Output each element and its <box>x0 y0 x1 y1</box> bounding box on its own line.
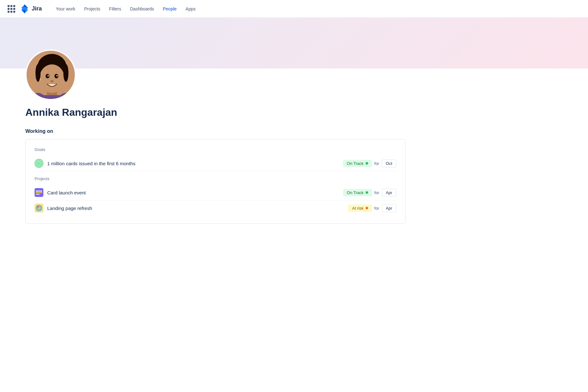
goal-item-1-status-text: On Track <box>347 161 364 166</box>
goal-item-1-month: Oct <box>382 160 396 167</box>
project-item-1[interactable]: Card launch event On Track for Apr <box>35 185 396 200</box>
profile-section: Annika Rangarajan Working on Goals 1 mil… <box>0 69 588 224</box>
goals-label: Goals <box>35 147 396 152</box>
project-item-1-status-group: On Track for Apr <box>343 189 396 197</box>
svg-point-8 <box>56 75 58 76</box>
svg-point-15 <box>63 64 68 82</box>
project-item-1-for: for <box>374 190 379 195</box>
jira-logo[interactable]: Jira <box>20 4 42 13</box>
svg-point-19 <box>38 163 40 164</box>
svg-point-4 <box>39 64 65 93</box>
svg-rect-22 <box>36 192 42 193</box>
project-icon-2 <box>35 204 43 212</box>
svg-rect-30 <box>37 206 39 207</box>
svg-rect-21 <box>36 191 42 192</box>
svg-rect-23 <box>36 194 40 195</box>
project-item-1-status-text: On Track <box>347 190 364 195</box>
goal-item-1-status-group: On Track for Oct <box>343 160 396 167</box>
goal-item-1-label: 1 million cards issued in the first 6 mo… <box>47 161 339 166</box>
project-item-1-status-dot <box>366 191 368 194</box>
nav-items: Your work Projects Filters Dashboards Pe… <box>52 4 580 14</box>
nav-your-work[interactable]: Your work <box>52 4 79 14</box>
goal-item-1-status-badge: On Track <box>343 160 372 167</box>
avatar-image <box>27 51 76 100</box>
working-on-section: Working on Goals 1 million cards issued … <box>25 128 563 224</box>
svg-point-14 <box>35 64 41 82</box>
jira-logo-icon <box>20 4 29 13</box>
project-item-2-status-badge: At risk <box>348 205 372 212</box>
project-item-1-month: Apr <box>382 189 396 197</box>
avatar <box>25 49 76 100</box>
goal-icon-1 <box>35 159 43 168</box>
nav-dashboards[interactable]: Dashboards <box>126 4 158 14</box>
grid-menu-icon[interactable] <box>8 5 15 13</box>
projects-label: Projects <box>35 176 396 181</box>
logo-text: Jira <box>32 5 42 12</box>
nav-projects[interactable]: Projects <box>80 4 104 14</box>
goal-item-1-for: for <box>374 161 379 166</box>
goal-item-1-status-dot <box>366 162 368 165</box>
project-item-2-month: Apr <box>382 204 396 212</box>
svg-point-9 <box>50 80 54 82</box>
nav-people[interactable]: People <box>159 4 181 14</box>
svg-point-7 <box>48 75 49 76</box>
project-item-2-status-dot <box>366 207 368 209</box>
nav-apps[interactable]: Apps <box>182 4 200 14</box>
project-item-2-for: for <box>374 206 379 211</box>
svg-point-6 <box>54 74 58 78</box>
project-item-1-status-badge: On Track <box>343 189 372 196</box>
svg-rect-11 <box>33 95 71 100</box>
nav-filters[interactable]: Filters <box>105 4 125 14</box>
working-on-card: Goals 1 million cards issued in the firs… <box>25 139 406 224</box>
svg-point-5 <box>46 74 49 78</box>
project-item-2-label: Landing page refresh <box>47 206 344 211</box>
project-item-2[interactable]: Landing page refresh At risk for Apr <box>35 200 396 216</box>
working-on-title: Working on <box>25 128 563 134</box>
hero-banner <box>0 18 588 69</box>
project-item-2-status-group: At risk for Apr <box>348 204 396 212</box>
project-item-1-label: Card launch event <box>47 190 339 195</box>
project-item-2-status-text: At risk <box>352 206 363 211</box>
project-icon-1 <box>35 188 43 197</box>
profile-name: Annika Rangarajan <box>25 107 563 118</box>
navbar: Jira Your work Projects Filters Dashboar… <box>0 0 588 18</box>
goal-item-1[interactable]: 1 million cards issued in the first 6 mo… <box>35 156 396 171</box>
